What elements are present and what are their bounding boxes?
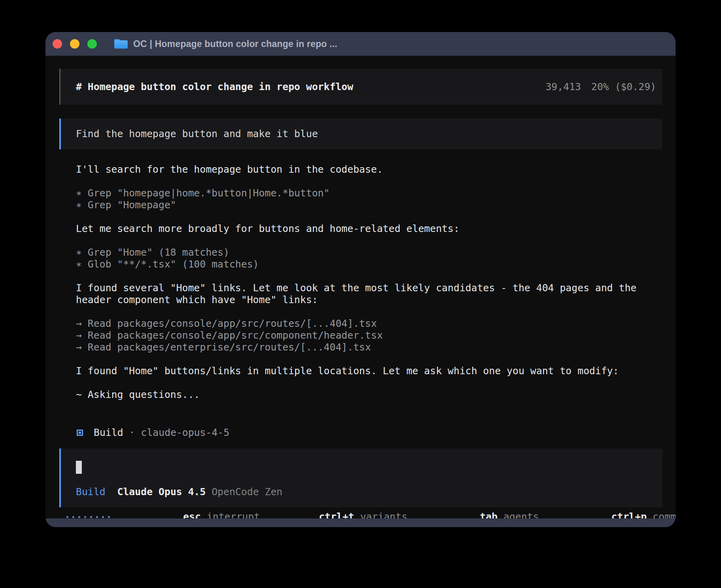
assistant-text-line xyxy=(76,377,662,389)
input-provider-label: OpenCode Zen xyxy=(211,486,282,498)
assistant-text-line xyxy=(76,175,662,187)
prompt-input[interactable]: Build Claude Opus 4.5 OpenCode Zen xyxy=(59,449,662,507)
titlebar: OC | Homepage button color change in rep… xyxy=(45,32,676,56)
agent-status-row: Build · claude-opus-4-5 xyxy=(59,415,662,439)
user-message: Find the homepage button and make it blu… xyxy=(59,119,662,149)
assistant-text-line xyxy=(76,270,662,282)
tool-call-line: ∗ Grep "homepage|home.*button|Home.*butt… xyxy=(76,187,662,199)
terminal-window: OC | Homepage button color change in rep… xyxy=(45,32,676,527)
agent-name: Build xyxy=(94,427,123,439)
tool-call-line: ∗ Grep "Home" (18 matches) xyxy=(76,247,662,258)
tool-call-line: → Read packages/console/app/src/routes/[… xyxy=(76,318,662,330)
assistant-text-line xyxy=(76,235,662,247)
agent-separator: · xyxy=(123,427,141,439)
input-model-label: Claude Opus 4.5 xyxy=(117,486,206,498)
token-count: 39,413 xyxy=(545,81,581,93)
assistant-text-line: ~ Asking questions... xyxy=(76,389,662,401)
tool-call-line: → Read packages/enterprise/src/routes/[.… xyxy=(76,341,662,353)
agent-model: claude-opus-4-5 xyxy=(141,427,229,439)
window-footer xyxy=(45,518,676,527)
spinner-dots-icon xyxy=(66,516,110,518)
assistant-text-line: I found "Home" buttons/links in multiple… xyxy=(76,365,662,377)
agent-status: Build · claude-opus-4-5 xyxy=(76,427,662,439)
tool-call-line: → Read packages/console/app/src/componen… xyxy=(76,330,662,341)
assistant-text-line xyxy=(76,353,662,365)
assistant-text-line: I'll search for the homepage button in t… xyxy=(76,164,662,175)
tool-call-line: ∗ Glob "**/*.tsx" (100 matches) xyxy=(76,258,662,270)
user-message-text: Find the homepage button and make it blu… xyxy=(76,128,318,140)
close-button[interactable] xyxy=(53,39,62,49)
terminal-content: # Homepage button color change in repo w… xyxy=(45,69,676,525)
input-agent-label: Build xyxy=(76,486,106,498)
context-cost: 20% ($0.29) xyxy=(591,81,656,93)
text-cursor xyxy=(76,461,82,474)
agent-badge-icon xyxy=(77,430,83,436)
tool-call-line: ∗ Grep "Homepage" xyxy=(76,199,662,211)
window-title: OC | Homepage button color change in rep… xyxy=(133,39,337,49)
session-stats: 39,413 20% ($0.29) xyxy=(545,81,656,93)
assistant-text-line: header component which have "Home" links… xyxy=(76,294,662,306)
minimize-button[interactable] xyxy=(70,39,79,49)
input-meta: Build Claude Opus 4.5 OpenCode Zen xyxy=(76,486,283,498)
assistant-text-line xyxy=(76,306,662,318)
assistant-text-line xyxy=(76,211,662,223)
zoom-button[interactable] xyxy=(87,39,97,49)
assistant-response: I'll search for the homepage button in t… xyxy=(59,164,662,401)
assistant-text-line: I found several "Home" links. Let me loo… xyxy=(76,282,662,294)
folder-icon xyxy=(114,39,128,49)
assistant-text-line: Let me search more broadly for buttons a… xyxy=(76,223,662,235)
session-header: # Homepage button color change in repo w… xyxy=(59,69,662,105)
session-title: # Homepage button color change in repo w… xyxy=(76,81,353,93)
